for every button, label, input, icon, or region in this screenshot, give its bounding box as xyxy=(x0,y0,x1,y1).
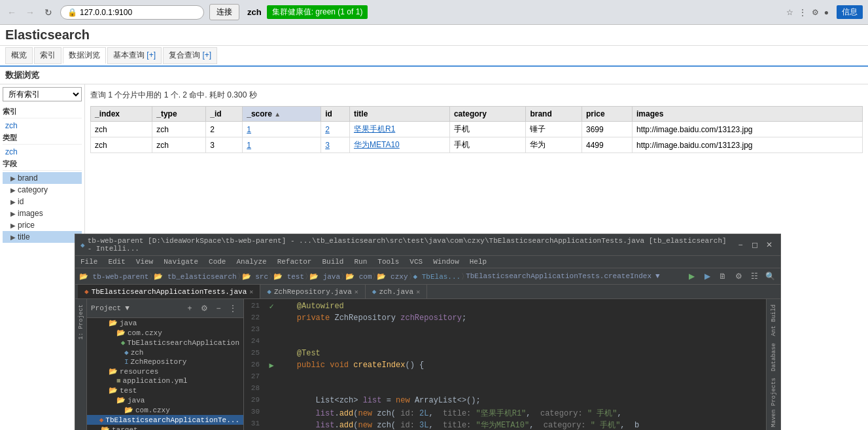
menu-edit[interactable]: Edit xyxy=(103,256,130,268)
tree-test-java[interactable]: 📂 java xyxy=(87,395,243,405)
menu-navigate[interactable]: Navigate xyxy=(158,256,203,268)
menu-refactor[interactable]: Refactor xyxy=(272,256,317,268)
tree-target[interactable]: 📂 target xyxy=(87,425,243,430)
bc-project[interactable]: 📂 tb-web-parent xyxy=(79,272,148,281)
col-title[interactable]: title xyxy=(349,107,449,122)
bc-czxy[interactable]: 📂 czxy xyxy=(377,272,408,281)
menu-vcs[interactable]: VCS xyxy=(404,256,428,268)
tree-test[interactable]: 📂 test xyxy=(87,385,243,395)
index-select[interactable]: 所有索引 xyxy=(3,87,82,101)
project-settings-button[interactable]: ⚙ xyxy=(198,302,211,315)
tree-com-czxy[interactable]: 📂 com.czxy xyxy=(87,328,243,338)
search-everywhere-button[interactable]: 🔍 xyxy=(763,270,776,283)
debug-button[interactable]: ▶ xyxy=(701,270,714,283)
coverage-button[interactable]: 🗎 xyxy=(716,270,729,283)
col-score[interactable]: _score ▲ xyxy=(243,107,321,122)
nav-data-browse[interactable]: 数据浏览 xyxy=(63,47,106,64)
menu-view[interactable]: View xyxy=(131,256,158,268)
ant-build-label[interactable]: Ant Build xyxy=(771,302,777,339)
tab-main-test[interactable]: ◆ TbElasticsearchApplicationTests.java ✕ xyxy=(78,285,260,298)
bc-class[interactable]: ◆ TbElas... xyxy=(413,272,461,281)
nav-complex-query[interactable]: 复合查询 [+] xyxy=(163,47,217,64)
col-data-id[interactable]: id xyxy=(321,107,350,122)
menu-build[interactable]: Build xyxy=(317,256,349,268)
bc-src[interactable]: 📂 src xyxy=(242,272,268,281)
reload-button[interactable]: ↻ xyxy=(42,6,55,19)
cell-_score[interactable]: 1 xyxy=(243,122,321,137)
cell-title[interactable]: 华为META10 xyxy=(349,137,449,153)
nav-index[interactable]: 索引 xyxy=(34,47,61,64)
run-button[interactable]: ▶ xyxy=(685,270,698,283)
tab-main-test-icon: ◆ xyxy=(84,287,89,296)
bc-method[interactable]: TbElasticsearchApplicationTests.createIn… xyxy=(466,272,651,280)
menu-help[interactable]: Help xyxy=(464,256,492,268)
bc-test[interactable]: 📂 test xyxy=(273,272,304,281)
bc-com[interactable]: 📂 com xyxy=(345,272,372,281)
project-label[interactable]: 1: Project xyxy=(78,302,84,342)
menu-icon[interactable]: ⋮ xyxy=(799,8,807,17)
tab-zch-repo[interactable]: ◆ ZchRepository.java ✕ xyxy=(260,285,365,298)
sidebar-index-zch[interactable]: zch xyxy=(3,120,82,132)
user-icon[interactable]: ● xyxy=(824,8,829,17)
tree-test-com[interactable]: 📂 com.czxy xyxy=(87,405,243,415)
col-index[interactable]: _index xyxy=(91,107,152,122)
cell-_score[interactable]: 1 xyxy=(243,137,321,153)
menu-code[interactable]: Code xyxy=(203,256,231,268)
tree-tbtest[interactable]: ◆ TbElasticsearchApplicationTe... xyxy=(87,415,243,425)
tree-tbapp[interactable]: ◆ TbElasticsearchApplication xyxy=(87,338,243,348)
field-category[interactable]: ▶ category xyxy=(3,184,82,196)
tab-main-test-close[interactable]: ✕ xyxy=(249,288,253,296)
tree-resources[interactable]: 📂 resources xyxy=(87,367,243,376)
col-images[interactable]: images xyxy=(633,107,863,122)
menu-analyze[interactable]: Analyze xyxy=(231,256,271,268)
run-icon-26[interactable]: ▶ xyxy=(269,361,273,370)
menu-run[interactable]: Run xyxy=(349,256,372,268)
field-images[interactable]: ▶ images xyxy=(3,207,82,219)
nav-basic-query[interactable]: 基本查询 [+] xyxy=(107,47,162,64)
cell-title[interactable]: 坚果手机R1 xyxy=(349,122,449,137)
connect-button[interactable]: 连接 xyxy=(209,4,239,20)
extension-icon[interactable]: ⚙ xyxy=(812,8,819,17)
menu-window[interactable]: Window xyxy=(428,256,464,268)
forward-button[interactable]: → xyxy=(24,6,37,19)
field-price[interactable]: ▶ price xyxy=(3,219,82,231)
project-more-button[interactable]: ⋮ xyxy=(226,302,239,315)
tree-java[interactable]: 📂 java xyxy=(87,318,243,328)
info-button[interactable]: 信息 xyxy=(837,5,863,19)
field-title[interactable]: ▶ title xyxy=(3,231,82,243)
col-price[interactable]: price xyxy=(582,107,633,122)
ide-restore-button[interactable]: ◻ xyxy=(749,239,761,251)
tab-zch-close[interactable]: ✕ xyxy=(416,288,420,296)
col-category[interactable]: category xyxy=(449,107,525,122)
star-icon[interactable]: ☆ xyxy=(786,8,793,17)
col-type[interactable]: _type xyxy=(152,107,206,122)
database-label[interactable]: Database xyxy=(771,340,777,374)
nav-overview[interactable]: 概览 xyxy=(5,47,33,64)
maven-label[interactable]: Maven Projects xyxy=(771,375,777,430)
project-collapse-button[interactable]: − xyxy=(212,302,225,315)
bc-java[interactable]: 📂 java xyxy=(309,272,340,281)
field-brand[interactable]: ▶ brand xyxy=(3,172,82,184)
cell-id[interactable]: 2 xyxy=(321,122,350,137)
menu-file[interactable]: File xyxy=(75,256,103,268)
tree-zchrepo[interactable]: I ZchRepository xyxy=(87,357,243,367)
col-brand[interactable]: brand xyxy=(526,107,582,122)
ide-editor[interactable]: 21 ✓ @Autowired 22 private ZchRepository… xyxy=(244,299,766,430)
tab-zch-repo-close[interactable]: ✕ xyxy=(355,288,358,296)
tree-zch-class[interactable]: ◆ zch xyxy=(87,348,243,357)
tab-zch[interactable]: ◆ zch.java ✕ xyxy=(366,285,427,298)
sidebar-type-zch[interactable]: zch xyxy=(3,146,82,158)
ide-close-button[interactable]: ✕ xyxy=(763,239,775,251)
url-input[interactable] xyxy=(80,8,197,17)
ide-minimize-button[interactable]: − xyxy=(735,239,746,251)
menu-tools[interactable]: Tools xyxy=(372,256,404,268)
bc-module[interactable]: 📂 tb_elasticsearch xyxy=(154,272,236,281)
field-id[interactable]: ▶ id xyxy=(3,196,82,207)
layout-button[interactable]: ☷ xyxy=(748,270,761,283)
col-id[interactable]: _id xyxy=(206,107,243,122)
back-button[interactable]: ← xyxy=(5,6,18,19)
tree-yml[interactable]: ■ application.yml xyxy=(87,376,243,385)
cell-id[interactable]: 3 xyxy=(321,137,350,153)
project-add-button[interactable]: + xyxy=(183,302,196,315)
profile-button[interactable]: ⚙ xyxy=(732,270,745,283)
